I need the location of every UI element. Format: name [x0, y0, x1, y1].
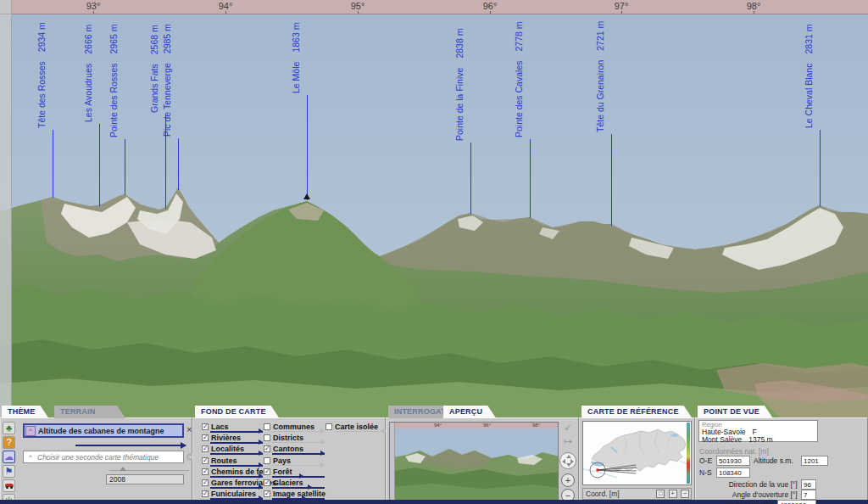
- slider-arrow-icon[interactable]: [320, 462, 325, 468]
- slider-arrow-icon[interactable]: [320, 451, 325, 456]
- layer-opacity-slider[interactable]: [272, 431, 325, 432]
- degree-label: 94°: [219, 1, 233, 11]
- slider-arrow-icon[interactable]: [259, 484, 263, 490]
- slider-arrow-icon[interactable]: [259, 451, 263, 456]
- pan-right-icon[interactable]: [570, 459, 574, 464]
- layer-opacity-slider[interactable]: [210, 465, 263, 467]
- slider-arrow-icon[interactable]: [259, 473, 263, 479]
- oe-input[interactable]: [716, 456, 750, 466]
- apply-view-button[interactable]: ✓: [561, 422, 575, 435]
- preview-viewport[interactable]: 94°96°98°: [389, 422, 559, 501]
- layer-checkbox[interactable]: [202, 490, 209, 497]
- layer-opacity-slider[interactable]: [210, 442, 263, 444]
- theme-opacity-slider[interactable]: [75, 445, 186, 446]
- direction-input[interactable]: [801, 479, 816, 490]
- tick-mark: [621, 11, 622, 14]
- left-ruler-tick: 1°: [0, 280, 1, 288]
- layer-label: Localités: [211, 445, 244, 453]
- layer-checkbox[interactable]: [202, 445, 209, 452]
- map-zoom-in-button[interactable]: +: [669, 490, 677, 498]
- oe-label: O-E: [699, 456, 712, 465]
- slider-arrow-icon[interactable]: [259, 440, 263, 445]
- layer-checkbox[interactable]: [264, 468, 270, 475]
- ns-input[interactable]: [716, 468, 750, 478]
- pan-left-icon[interactable]: [562, 459, 565, 464]
- refmap-panel: CARTE DE RÉFÉRENCE: [579, 406, 695, 504]
- layer-opacity-slider[interactable]: [210, 476, 263, 478]
- tab-terrain[interactable]: TERRAIN: [54, 406, 125, 418]
- peak-name: Tête des Rosses: [36, 61, 47, 128]
- step-view-button[interactable]: ↦: [561, 435, 575, 449]
- layer-opacity-slider[interactable]: [272, 465, 325, 466]
- layer-opacity-slider[interactable]: [210, 487, 263, 489]
- peak-label: Pointe de la Finive2838 m: [454, 29, 465, 141]
- category-state-icon[interactable]: ⚑: [3, 465, 15, 478]
- zoom-in-button[interactable]: +: [561, 473, 575, 487]
- reference-map[interactable]: [582, 421, 692, 485]
- panorama-view[interactable]: Tête des Rosses2934 m Les Avoudrues2666 …: [0, 0, 868, 417]
- layer-checkbox[interactable]: [264, 434, 270, 441]
- layer-opacity-slider[interactable]: [334, 431, 387, 432]
- pan-button[interactable]: [559, 452, 576, 469]
- layer-checkbox[interactable]: [202, 434, 209, 441]
- basemap-panel-body: Lacs Rivières Localités Routes Chemins d…: [192, 417, 386, 504]
- layer-opacity-slider[interactable]: [272, 442, 325, 443]
- slider-arrow-icon[interactable]: [320, 428, 325, 434]
- layer-toggle-item: Rivières: [202, 434, 263, 445]
- category-economy-icon[interactable]: ?: [3, 436, 15, 449]
- slider-arrow-icon[interactable]: [259, 428, 263, 434]
- layer-checkbox[interactable]: [264, 423, 270, 430]
- layer-opacity-slider[interactable]: [272, 476, 325, 478]
- angle-input[interactable]: [801, 490, 816, 500]
- chevron-up-icon[interactable]: ^: [25, 426, 36, 436]
- slider-arrow-icon[interactable]: [259, 462, 263, 468]
- ruler-corner: [0, 0, 12, 14]
- slider-arrow-icon[interactable]: [181, 442, 186, 449]
- peak-name: Tête du Grenairon: [595, 60, 605, 132]
- layer-label: Funiculaires: [211, 490, 256, 498]
- layer-checkbox[interactable]: [202, 468, 209, 475]
- chevron-up-icon[interactable]: ^: [26, 453, 35, 462]
- slider-arrow-icon[interactable]: [308, 484, 312, 490]
- altitude-input[interactable]: [801, 456, 828, 466]
- basemap-column: Lacs Rivières Localités Routes Chemins d…: [202, 423, 263, 501]
- pan-up-icon[interactable]: [566, 455, 571, 458]
- peak-leader-line: [307, 95, 308, 200]
- category-vegetation-icon[interactable]: ♣: [3, 422, 15, 434]
- layer-opacity-slider[interactable]: [272, 453, 325, 455]
- preview-ruler: 94°96°98°: [395, 423, 558, 428]
- peak-name: Grands Fats: [149, 64, 159, 113]
- viewpoint-panel: POINT DE VUE Région Haute-SavoieF Mont S…: [695, 406, 868, 504]
- layer-opacity-slider[interactable]: [272, 487, 325, 489]
- layer-checkbox[interactable]: [264, 457, 270, 464]
- expand-map-button[interactable]: □: [656, 490, 665, 498]
- layer-checkbox[interactable]: [264, 490, 270, 497]
- tab-apercu[interactable]: APERÇU: [443, 406, 496, 418]
- year-slider[interactable]: [109, 470, 189, 471]
- layer-toggle-item: Communes: [264, 423, 325, 434]
- layer-checkbox[interactable]: [202, 479, 209, 486]
- theme-select[interactable]: ^ Altitude des cabanes de montagne: [23, 423, 184, 438]
- year-input[interactable]: [106, 474, 184, 484]
- layer-checkbox[interactable]: [326, 423, 332, 430]
- layer-opacity-slider[interactable]: [210, 453, 263, 455]
- tab-theme[interactable]: THÈME: [2, 406, 49, 418]
- slider-arrow-icon[interactable]: [299, 473, 303, 479]
- close-theme-icon[interactable]: ×: [186, 425, 192, 434]
- layer-checkbox[interactable]: [202, 423, 209, 430]
- layer-label: Communes: [273, 423, 314, 431]
- refmap-panel-body: Coord. [m] □ + −: [579, 417, 695, 504]
- layer-checkbox[interactable]: [264, 479, 270, 486]
- layer-checkbox[interactable]: [264, 445, 270, 452]
- range-input[interactable]: [777, 500, 816, 504]
- category-society-icon[interactable]: ☁: [3, 451, 15, 463]
- poi-value: Mont Salève1375 m: [702, 436, 815, 444]
- category-transport-icon[interactable]: [3, 479, 15, 492]
- preview-panel: INTERROGATION APERÇU 94°96°98°: [386, 406, 579, 504]
- layer-opacity-slider[interactable]: [210, 431, 263, 433]
- layer-checkbox[interactable]: [202, 457, 209, 464]
- slider-arrow-icon[interactable]: [320, 440, 325, 445]
- slider-arrow-icon[interactable]: [120, 467, 126, 471]
- second-theme-select[interactable]: ^ Choisir une seconde carte thématique: [23, 451, 184, 463]
- map-zoom-out-button[interactable]: −: [681, 490, 689, 498]
